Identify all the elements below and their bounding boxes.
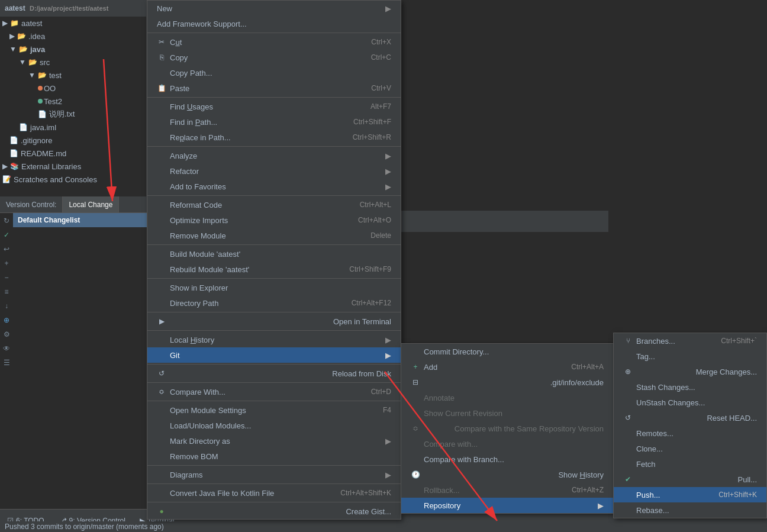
menu-find-in-path[interactable]: Find in Path... Ctrl+Shift+F xyxy=(147,114,401,130)
menu-local-history[interactable]: Local History ▶ xyxy=(147,332,401,347)
menu-remotes[interactable]: Remotes... xyxy=(614,425,766,441)
menu-optimize-imports-label: Optimize Imports xyxy=(170,216,346,225)
menu-tag[interactable]: Tag... xyxy=(614,349,766,364)
tree-item-OO[interactable]: OO xyxy=(0,82,146,95)
menu-git-info-exclude-label: .git/info/exclude xyxy=(550,378,604,387)
minus-icon[interactable]: − xyxy=(1,272,12,283)
menu-compare-same-repo: ≎ Compare with the Same Repository Versi… xyxy=(401,421,613,436)
add-icon: + xyxy=(411,363,420,371)
tree-item-aatest[interactable]: ▶ 📁 aatest xyxy=(0,17,146,30)
tree-item-src[interactable]: ▼ 📂 src xyxy=(0,56,146,69)
menu-directory-path[interactable]: Directory Path Ctrl+Alt+F12 xyxy=(147,295,401,311)
menu-reformat[interactable]: Reformat Code Ctrl+Alt+L xyxy=(147,197,401,212)
check-icon[interactable]: ✓ xyxy=(1,230,12,240)
tree-item-test[interactable]: ▼ 📂 test xyxy=(0,69,146,82)
menu-diagrams[interactable]: Diagrams ▶ xyxy=(147,467,401,482)
folder-icon: 📂 xyxy=(17,32,26,40)
eye-icon[interactable]: 👁 xyxy=(1,343,12,354)
menu-show-history[interactable]: 🕐 Show History xyxy=(401,467,613,482)
menu-git[interactable]: Git ▶ xyxy=(147,347,401,363)
favorites-arrow: ▶ xyxy=(385,182,391,191)
menu-branches[interactable]: ⑂ Branches... Ctrl+Shift+` xyxy=(614,333,766,349)
lib-icon: 📚 xyxy=(10,162,19,170)
menu-unstash-changes[interactable]: UnStash Changes... xyxy=(614,395,766,410)
menu-clone[interactable]: Clone... xyxy=(614,441,766,456)
menu-open-module-settings[interactable]: Open Module Settings F4 xyxy=(147,402,401,418)
menu-remove-bom[interactable]: Remove BOM xyxy=(147,449,401,464)
open-module-settings-shortcut: F4 xyxy=(383,406,391,414)
test-folder-icon: 📂 xyxy=(38,71,47,79)
tree-item-Test2[interactable]: Test2 xyxy=(0,95,146,108)
menu-fetch[interactable]: Fetch xyxy=(614,456,766,472)
menu-open-terminal[interactable]: ▶ Open in Terminal xyxy=(147,314,401,329)
folder-icon: 📁 xyxy=(10,19,19,27)
menu-reload-disk[interactable]: ↺ Reload from Disk xyxy=(147,366,401,381)
menu-rebuild-module[interactable]: Rebuild Module 'aatest' Ctrl+Shift+F9 xyxy=(147,262,401,277)
branches-shortcut: Ctrl+Shift+` xyxy=(721,337,757,345)
tree-item-ext-lib[interactable]: ▶ 📚 External Libraries xyxy=(0,160,146,173)
menu-push[interactable]: Push... Ctrl+Shift+K xyxy=(614,487,766,502)
refresh-vc-icon[interactable]: ↻ xyxy=(1,215,12,226)
branches-icon: ⑂ xyxy=(623,337,633,345)
tree-item-java[interactable]: ▼ 📂 java xyxy=(0,43,146,56)
menu-rebase[interactable]: Rebase... xyxy=(614,502,766,518)
menu-build-module[interactable]: Build Module 'aatest' xyxy=(147,246,401,262)
lines-icon[interactable]: ☰ xyxy=(1,357,12,368)
mark-directory-arrow: ▶ xyxy=(385,437,391,446)
menu-refactor[interactable]: Refactor ▶ xyxy=(147,163,401,179)
menu-annotate-label: Annotate xyxy=(424,394,455,402)
tree-item-idea[interactable]: ▶ 📂 .idea xyxy=(0,30,146,43)
rollback-shortcut: Ctrl+Alt+Z xyxy=(572,486,604,494)
tree-item-scratches[interactable]: 📝 Scratches and Consoles xyxy=(0,173,146,186)
menu-git-info-exclude[interactable]: ⊟ .git/info/exclude xyxy=(401,375,613,390)
menu-new[interactable]: New ▶ xyxy=(147,1,401,16)
menu-add[interactable]: + Add Ctrl+Alt+A xyxy=(401,359,613,375)
menu-compare-with[interactable]: ≎ Compare With... Ctrl+D xyxy=(147,384,401,399)
menu-find-in-path-label: Find in Path... xyxy=(170,118,217,127)
menu-replace-in-path[interactable]: Replace in Path... Ctrl+Shift+R xyxy=(147,130,401,145)
menu-merge-changes[interactable]: ⊕ Merge Changes... xyxy=(614,364,766,379)
menu-load-modules[interactable]: Load/Unload Modules... xyxy=(147,418,401,433)
submenu-arrow: ▶ xyxy=(385,4,391,13)
menu-paste[interactable]: 📋 Paste Ctrl+V xyxy=(147,80,401,96)
menu-commit-directory[interactable]: Commit Directory... xyxy=(401,344,613,359)
menu-create-gist[interactable]: ● Create Gist... xyxy=(147,504,401,519)
menu-add-favorites[interactable]: Add to Favorites ▶ xyxy=(147,179,401,194)
menu-mark-directory[interactable]: Mark Directory as ▶ xyxy=(147,433,401,449)
tab-local-change[interactable]: Local Change xyxy=(63,196,119,212)
cog-icon[interactable]: ⚙ xyxy=(1,329,12,340)
menu-copy-path[interactable]: Copy Path... xyxy=(147,65,401,80)
menu-reset-head[interactable]: ↺ Reset HEAD... xyxy=(614,410,766,425)
undo-icon[interactable]: ↩ xyxy=(1,244,12,254)
add-shortcut: Ctrl+Alt+A xyxy=(571,363,604,371)
menu-optimize-imports[interactable]: Optimize Imports Ctrl+Alt+O xyxy=(147,212,401,228)
tree-item-readme-md[interactable]: 📄 README.md xyxy=(0,147,146,160)
project-label: aatest D:/java/project/test/aatest xyxy=(5,4,108,12)
menu-pull[interactable]: ✔ Pull... xyxy=(614,472,766,487)
menu-copy[interactable]: ⎘ Copy Ctrl+C xyxy=(147,50,401,65)
expand-icon: ▼ xyxy=(19,58,26,66)
menu-add-framework[interactable]: Add Framework Support... xyxy=(147,16,401,31)
menu-analyze[interactable]: Analyze ▶ xyxy=(147,148,401,163)
arrow-icon[interactable]: ⊕ xyxy=(1,315,12,325)
menu-compare-branch[interactable]: Compare with Branch... xyxy=(401,452,613,467)
menu-replace-in-path-label: Replace in Path... xyxy=(170,133,231,142)
sep14 xyxy=(147,502,401,502)
menu-convert-kotlin[interactable]: Convert Java File to Kotlin File Ctrl+Al… xyxy=(147,485,401,501)
menu-cut[interactable]: ✂ Cut Ctrl+X xyxy=(147,34,401,50)
context-menu-main: New ▶ Add Framework Support... ✂ Cut Ctr… xyxy=(147,0,401,520)
cut-shortcut: Ctrl+X xyxy=(371,38,391,46)
tree-item-readme-txt[interactable]: 📄 说明.txt xyxy=(0,108,146,121)
add-icon[interactable]: + xyxy=(1,258,12,269)
menu-show-in-explorer[interactable]: Show in Explorer xyxy=(147,280,401,295)
tree-item-gitignore[interactable]: 📄 .gitignore xyxy=(0,134,146,147)
tree-item-java-iml[interactable]: 📄 java.iml xyxy=(0,121,146,134)
menu-find-usages[interactable]: Find Usages Alt+F7 xyxy=(147,99,401,114)
menu-remove-module[interactable]: Remove Module Delete xyxy=(147,228,401,243)
git-icon: 📄 xyxy=(9,136,18,144)
menu-stash-changes[interactable]: Stash Changes... xyxy=(614,379,766,395)
download-icon[interactable]: ↓ xyxy=(1,301,12,311)
menu-repository[interactable]: Repository ▶ xyxy=(401,498,613,513)
git-arrow: ▶ xyxy=(385,351,391,360)
list-icon[interactable]: ≡ xyxy=(1,286,12,297)
